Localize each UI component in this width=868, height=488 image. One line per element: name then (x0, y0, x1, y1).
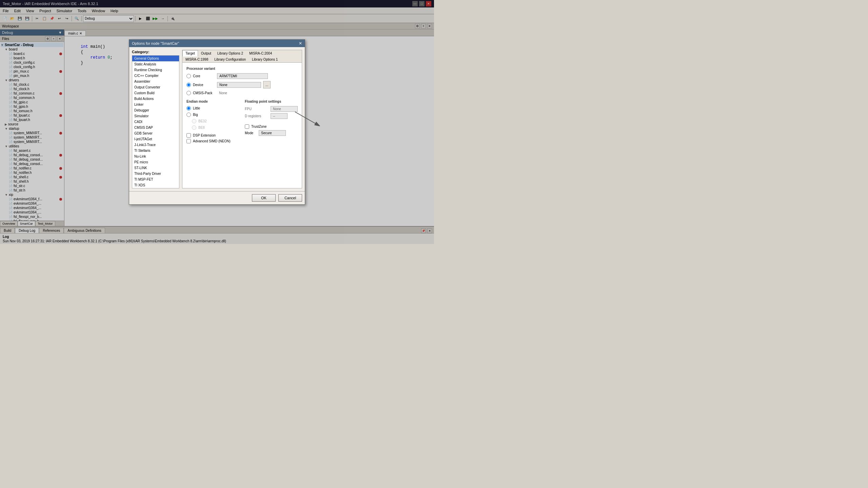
category-item[interactable]: TI XDS (132, 182, 179, 188)
cmsis-pack-value: None (217, 90, 251, 96)
core-label: Core (193, 74, 215, 78)
dialog-body: Category: General OptionsStatic Analysis… (129, 47, 305, 191)
device-label: Device (193, 83, 215, 87)
options-tab-library-configuration[interactable]: Library Configuration (211, 56, 249, 62)
category-item[interactable]: GDB Server (132, 130, 179, 136)
big-radio[interactable] (186, 113, 191, 117)
dreg-value: -- (271, 113, 288, 119)
cmsis-pack-label: CMSIS-Pack (193, 91, 215, 95)
category-list: General OptionsStatic AnalysisRuntime Ch… (132, 55, 179, 188)
category-item[interactable]: Custom Build (132, 90, 179, 96)
trustzone-section: TrustZone Mode Secure (245, 124, 298, 136)
category-item[interactable]: Runtime Checking (132, 67, 179, 73)
options-tab-target[interactable]: Target (182, 50, 198, 57)
big-label: Big (193, 113, 198, 117)
options-tab-library-options-2[interactable]: Library Options 2 (214, 50, 246, 56)
processor-variant-label: Processor variant (186, 67, 298, 70)
device-radio-row: Device None ... (186, 81, 298, 88)
dialog-close-button[interactable]: ✕ (299, 41, 302, 46)
mode-label: Mode (245, 131, 257, 135)
category-item[interactable]: Assembler (132, 79, 179, 84)
ok-button[interactable]: OK (252, 194, 276, 202)
options-tab-misra-c-2004[interactable]: MISRA-C:2004 (246, 50, 275, 56)
category-item[interactable]: I-jet/JTAGet (132, 136, 179, 142)
dsp-checkbox[interactable] (186, 133, 191, 138)
options-tabs: TargetOutputLibrary Options 2MISRA-C:200… (182, 50, 302, 63)
options-tab-misra-c-1998[interactable]: MISRA-C:1998 (182, 56, 211, 62)
be32-radio[interactable] (192, 119, 196, 123)
category-item[interactable]: Static Analysis (132, 61, 179, 67)
fpu-label: FPU (245, 107, 269, 111)
little-label: Little (193, 106, 200, 110)
dialog-title-bar: Options for node "SmartCar" ✕ (129, 40, 305, 47)
device-radio[interactable] (186, 83, 191, 87)
little-radio-row: Little (186, 106, 239, 110)
category-item[interactable]: TI MSP-FET (132, 177, 179, 182)
dreg-row: D registers -- (245, 113, 298, 119)
floating-point-label: Floating point settings (245, 100, 298, 103)
trustzone-checkbox-row: TrustZone (245, 124, 298, 129)
little-radio[interactable] (186, 106, 191, 110)
simd-label: Advanced SIMD (NEON) (193, 139, 231, 143)
category-item[interactable]: General Options (132, 56, 179, 61)
endian-section: Endian mode Little Big (186, 100, 239, 145)
dialog-buttons: OK Cancel (129, 191, 305, 204)
category-label: Category: (132, 50, 179, 54)
simd-checkbox-row: Advanced SIMD (NEON) (186, 139, 239, 143)
dialog-title: Options for node "SmartCar" (132, 41, 179, 45)
big-radio-row: Big (186, 113, 239, 117)
options-content: Processor variant Core ARM7TDMI Device N… (182, 63, 302, 149)
fpu-value: None (271, 106, 298, 112)
category-item[interactable]: J-Link/J-Trace (132, 142, 179, 148)
trustzone-checkbox[interactable] (245, 124, 249, 129)
simd-checkbox[interactable] (186, 139, 191, 143)
endian-mode-label: Endian mode (186, 100, 239, 103)
category-item[interactable]: ST-LINK (132, 165, 179, 171)
dsp-section: DSP Extension Advanced SIMD (NEON) (186, 133, 239, 143)
be32-radio-row: BE32 (192, 119, 239, 123)
be8-radio-row: BE8 (192, 125, 239, 130)
be8-radio[interactable] (192, 125, 196, 130)
category-item[interactable]: Debugger (132, 107, 179, 113)
category-item[interactable]: C/C++ Compiler (132, 73, 179, 79)
options-panel: TargetOutputLibrary Options 2MISRA-C:200… (182, 50, 302, 188)
category-item[interactable]: Nu-Link (132, 154, 179, 159)
dialog-overlay: Options for node "SmartCar" ✕ Category: … (0, 0, 434, 244)
dsp-label: DSP Extension (193, 134, 216, 137)
category-item[interactable]: CMSIS DAP (132, 125, 179, 130)
category-item[interactable]: TI Stellaris (132, 148, 179, 154)
category-item[interactable]: Build Actions (132, 96, 179, 102)
dsp-checkbox-row: DSP Extension (186, 133, 239, 138)
core-value: ARM7TDMI (217, 73, 268, 79)
device-browse-button[interactable]: ... (263, 81, 271, 88)
core-radio[interactable] (186, 74, 191, 78)
category-item[interactable]: Simulator (132, 113, 179, 119)
fpu-section: Floating point settings FPU None D regis… (245, 100, 298, 145)
category-item[interactable]: CADI (132, 119, 179, 125)
dreg-label: D registers (245, 114, 269, 118)
category-item[interactable]: Output Converter (132, 84, 179, 90)
category-item[interactable]: PE micro (132, 159, 179, 165)
two-col-section: Endian mode Little Big (186, 100, 298, 145)
fpu-row: FPU None (245, 106, 298, 112)
core-radio-row: Core ARM7TDMI (186, 73, 298, 79)
mode-value: Secure (259, 130, 286, 136)
be8-label: BE8 (198, 126, 205, 129)
options-dialog: Options for node "SmartCar" ✕ Category: … (129, 39, 305, 205)
options-tab-output[interactable]: Output (198, 50, 214, 56)
be-options: BE32 BE8 (186, 119, 239, 130)
mode-row: Mode Secure (245, 130, 298, 136)
category-panel: Category: General OptionsStatic Analysis… (132, 50, 179, 188)
category-item[interactable]: Third-Party Driver (132, 171, 179, 177)
trustzone-label: TrustZone (251, 125, 267, 128)
cmsis-radio-row: CMSIS-Pack None (186, 90, 298, 96)
be32-label: BE32 (198, 119, 206, 123)
options-tab-library-options-1[interactable]: Library Options 1 (249, 56, 281, 62)
device-value: None (217, 82, 261, 88)
category-item[interactable]: Linker (132, 102, 179, 107)
cancel-button[interactable]: Cancel (278, 194, 302, 202)
cmsis-radio[interactable] (186, 91, 191, 95)
